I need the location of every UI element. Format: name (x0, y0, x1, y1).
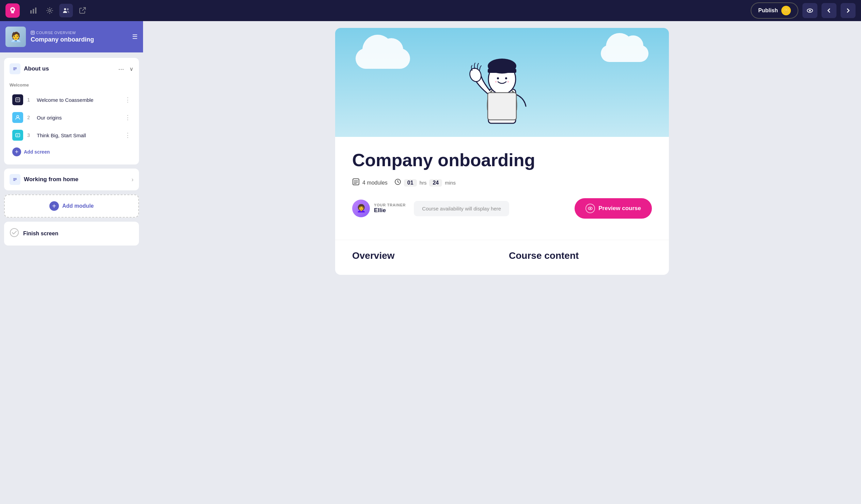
course-menu-button[interactable]: ☰ (132, 33, 138, 41)
finish-icon (10, 228, 19, 240)
wfh-icon (10, 174, 20, 185)
course-thumbnail: 🧑‍💼 (5, 27, 26, 47)
svg-point-4 (49, 10, 51, 12)
svg-point-37 (507, 81, 509, 83)
course-header-card: 🧑‍💼 COURSE OVERVIEW Company onboarding ☰ (0, 21, 143, 52)
screen-1-icon (12, 94, 23, 105)
wfh-title: Working from home (24, 176, 128, 183)
svg-rect-20 (16, 134, 20, 137)
svg-point-27 (10, 229, 18, 237)
availability-box: Course availability will display here (414, 201, 509, 216)
trainer-label: YOUR TRAINER (374, 203, 406, 207)
course-info: Company onboarding 4 modules (335, 137, 669, 240)
main-content: Company onboarding 4 modules (143, 21, 861, 504)
add-module-icon: + (50, 201, 59, 211)
add-screen-label: Add screen (24, 149, 50, 154)
people-button[interactable] (59, 4, 73, 17)
svg-rect-33 (488, 93, 516, 120)
svg-rect-1 (30, 10, 32, 14)
publish-coin-icon: 🪙 (781, 6, 791, 15)
welcome-section: Welcome 1 Welcome to Coassemble ⋮ 2 Our … (4, 80, 139, 164)
about-us-title: About us (24, 65, 113, 72)
course-title: Company onboarding (31, 36, 127, 43)
nav-icons (27, 4, 89, 17)
character-illustration (458, 42, 546, 137)
screen-item-2[interactable]: 2 Our origins ⋮ (10, 109, 134, 126)
screen-3-num: 3 (27, 133, 33, 138)
course-meta: 4 modules 01 hrs 24 mins (352, 178, 652, 187)
svg-point-19 (17, 115, 19, 118)
svg-point-36 (495, 81, 497, 83)
course-card: Company onboarding 4 modules (335, 28, 669, 275)
modules-meta: 4 modules (352, 178, 387, 187)
svg-rect-9 (31, 31, 35, 35)
add-module-label: Add module (62, 203, 94, 209)
trainer-name: Ellie (374, 207, 406, 214)
course-content-title: Course content (509, 250, 652, 261)
working-from-home-module[interactable]: Working from home › (4, 168, 139, 190)
screen-item-1[interactable]: 1 Welcome to Coassemble ⋮ (10, 91, 134, 109)
about-us-chevron-icon[interactable]: ∨ (129, 66, 134, 72)
cloud-right-icon (601, 45, 648, 62)
sidebar: 🧑‍💼 COURSE OVERVIEW Company onboarding ☰ (0, 21, 143, 504)
duration-meta: 01 hrs 24 mins (394, 178, 456, 187)
svg-rect-38 (353, 179, 359, 185)
screen-2-more-button[interactable]: ⋮ (125, 114, 131, 121)
trainer-info: 👩‍🦱 YOUR TRAINER Ellie (352, 200, 406, 217)
screen-1-name: Welcome to Coassemble (37, 97, 121, 103)
screen-3-more-button[interactable]: ⋮ (125, 132, 131, 139)
hrs-label: hrs (420, 180, 427, 186)
screen-2-icon (12, 112, 23, 123)
publish-button[interactable]: Publish 🪙 (751, 2, 798, 19)
screen-2-num: 2 (27, 115, 33, 120)
mins-label: mins (445, 180, 456, 186)
svg-point-35 (505, 77, 507, 79)
finish-screen-button[interactable]: Finish screen (4, 222, 139, 246)
duration-hours: 01 (404, 179, 417, 187)
about-us-icon (10, 63, 20, 74)
svg-point-6 (67, 9, 69, 10)
finish-screen-label: Finish screen (23, 231, 58, 237)
about-us-header[interactable]: About us ··· ∨ (4, 58, 139, 80)
trainer-avatar: 👩‍🦱 (352, 200, 370, 217)
screen-3-icon (12, 130, 23, 141)
welcome-label: Welcome (10, 80, 134, 91)
top-nav: Publish 🪙 (0, 0, 861, 21)
screen-item-3[interactable]: 3 Think Big, Start Small ⋮ (10, 126, 134, 144)
preview-eye-icon (586, 204, 595, 213)
forward-button[interactable] (840, 3, 856, 18)
app-logo[interactable] (5, 3, 20, 18)
clock-icon (394, 178, 401, 187)
add-screen-button[interactable]: + Add screen (10, 144, 53, 162)
screen-1-more-button[interactable]: ⋮ (125, 96, 131, 104)
svg-point-8 (809, 10, 811, 12)
overview-title: Overview (352, 250, 495, 261)
preview-button[interactable] (803, 3, 817, 18)
preview-course-button[interactable]: Preview course (575, 198, 652, 219)
publish-label: Publish (758, 8, 778, 14)
screen-2-name: Our origins (37, 115, 121, 121)
screen-3-name: Think Big, Start Small (37, 133, 121, 138)
add-screen-icon: + (12, 148, 21, 156)
svg-point-34 (497, 77, 499, 79)
settings-button[interactable] (43, 4, 56, 17)
share-button[interactable] (76, 4, 89, 17)
back-button[interactable] (821, 3, 836, 18)
about-us-more-button[interactable]: ··· (116, 65, 126, 73)
analytics-button[interactable] (27, 4, 40, 17)
modules-icon (352, 178, 360, 187)
trainer-row: 👩‍🦱 YOUR TRAINER Ellie Course availabili… (352, 198, 652, 219)
about-us-module: About us ··· ∨ Welcome 1 Welcome to Coas… (4, 58, 139, 164)
svg-rect-16 (16, 98, 20, 102)
course-main-title: Company onboarding (352, 151, 652, 170)
svg-point-5 (64, 8, 66, 10)
svg-rect-31 (488, 69, 516, 73)
svg-point-0 (12, 9, 14, 11)
add-module-button[interactable]: + Add module (4, 194, 139, 218)
wfh-chevron-icon: › (132, 176, 134, 183)
preview-label: Preview course (598, 205, 641, 212)
hero-image (335, 28, 669, 137)
screen-1-num: 1 (27, 97, 33, 103)
svg-rect-2 (33, 9, 34, 14)
duration-mins: 24 (429, 179, 442, 187)
